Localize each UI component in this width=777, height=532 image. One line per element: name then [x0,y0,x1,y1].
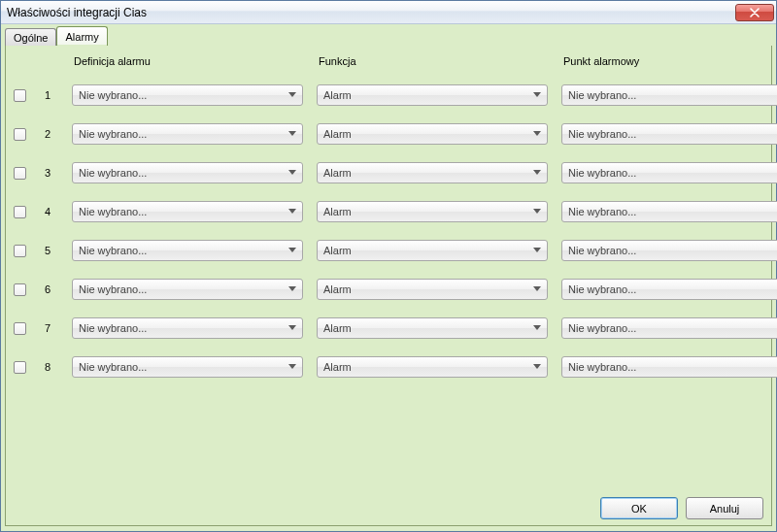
combo-text: Alarm [323,283,531,295]
definition-combo[interactable]: Nie wybrano... [72,356,303,378]
chevron-down-icon [287,357,298,377]
combo-text: Nie wybrano... [79,245,287,256]
chevron-down-icon [287,163,298,183]
combo-text: Alarm [323,128,531,140]
function-combo[interactable]: Alarm [317,123,548,145]
combo-text: Alarm [323,89,531,101]
row-number: 4 [45,206,58,217]
tab-general[interactable]: Ogólne [5,28,56,46]
header-definition: Definicja alarmu [72,55,303,67]
combo-text: Alarm [323,206,531,217]
chevron-down-icon [287,241,298,260]
titlebar: Właściwości integracji Cias [1,1,776,24]
chevron-down-icon [531,318,543,338]
ok-button[interactable]: OK [600,497,678,519]
combo-text: Nie wybrano... [568,322,776,334]
tab-alarms[interactable]: Alarmy [56,26,107,46]
chevron-down-icon [531,357,543,377]
dialog-footer: OK Anuluj [14,489,763,519]
window-title: Właściwości integracji Cias [7,6,735,19]
function-combo[interactable]: Alarm [317,201,548,222]
function-combo[interactable]: Alarm [317,240,548,261]
combo-text: Nie wybrano... [79,322,287,334]
combo-text: Nie wybrano... [568,167,776,179]
row-checkbox[interactable] [14,167,26,180]
cancel-button[interactable]: Anuluj [686,497,763,519]
combo-text: Nie wybrano... [568,89,776,101]
point-combo[interactable]: Nie wybrano... [561,279,777,300]
combo-text: Nie wybrano... [568,128,776,140]
definition-combo[interactable]: Nie wybrano... [72,201,303,222]
combo-text: Nie wybrano... [79,89,287,101]
combo-text: Nie wybrano... [568,283,776,295]
function-combo[interactable]: Alarm [317,317,548,339]
definition-combo[interactable]: Nie wybrano... [72,162,303,183]
definition-combo[interactable]: Nie wybrano... [72,84,303,106]
dialog-window: Właściwości integracji Cias Ogólne Alarm… [0,0,777,532]
row-checkbox[interactable] [14,245,26,257]
cancel-button-label: Anuluj [710,503,740,515]
chevron-down-icon [287,124,298,144]
close-button[interactable] [735,4,774,21]
function-combo[interactable]: Alarm [317,84,548,106]
function-combo[interactable]: Alarm [317,279,548,300]
row-number: 2 [45,128,58,140]
alarm-grid: Definicja alarmu Funkcja Punkt alarmowy … [14,55,763,378]
chevron-down-icon [287,280,298,299]
row-checkbox[interactable] [14,283,26,296]
combo-text: Nie wybrano... [79,361,287,373]
tab-content: Definicja alarmu Funkcja Punkt alarmowy … [5,45,772,526]
chevron-down-icon [531,163,543,183]
combo-text: Nie wybrano... [568,245,776,256]
function-combo[interactable]: Alarm [317,356,548,378]
close-icon [750,8,760,17]
header-function: Funkcja [317,55,548,67]
function-combo[interactable]: Alarm [317,162,548,183]
combo-text: Alarm [323,167,531,179]
chevron-down-icon [531,280,543,299]
tab-general-label: Ogólne [14,32,48,44]
definition-combo[interactable]: Nie wybrano... [72,123,303,145]
combo-text: Nie wybrano... [79,283,287,295]
row-checkbox[interactable] [14,128,26,141]
tab-alarms-label: Alarmy [65,31,98,43]
row-checkbox[interactable] [14,361,26,374]
combo-text: Nie wybrano... [79,167,287,179]
combo-text: Nie wybrano... [568,206,776,217]
header-point: Punkt alarmowy [561,55,777,67]
point-combo[interactable]: Nie wybrano... [561,123,777,145]
row-checkbox[interactable] [14,206,26,218]
tabs-strip: Ogólne Alarmy [1,24,776,46]
chevron-down-icon [287,202,298,221]
chevron-down-icon [287,85,298,105]
chevron-down-icon [531,124,543,144]
point-combo[interactable]: Nie wybrano... [561,201,777,222]
combo-text: Alarm [323,361,531,373]
definition-combo[interactable]: Nie wybrano... [72,317,303,339]
combo-text: Nie wybrano... [79,128,287,140]
row-number: 8 [45,361,58,373]
ok-button-label: OK [631,503,647,515]
row-number: 3 [45,167,58,179]
point-combo[interactable]: Nie wybrano... [561,84,777,106]
point-combo[interactable]: Nie wybrano... [561,240,777,261]
definition-combo[interactable]: Nie wybrano... [72,279,303,300]
row-number: 6 [45,283,58,295]
point-combo[interactable]: Nie wybrano... [561,317,777,339]
chevron-down-icon [531,85,543,105]
row-number: 5 [45,245,58,256]
row-number: 7 [45,322,58,334]
chevron-down-icon [531,202,543,221]
row-checkbox[interactable] [14,322,26,335]
row-number: 1 [45,89,58,101]
chevron-down-icon [287,318,298,338]
definition-combo[interactable]: Nie wybrano... [72,240,303,261]
row-checkbox[interactable] [14,89,26,102]
combo-text: Nie wybrano... [568,361,776,373]
chevron-down-icon [531,241,543,260]
combo-text: Alarm [323,322,531,334]
combo-text: Nie wybrano... [79,206,287,217]
point-combo[interactable]: Nie wybrano... [561,356,777,378]
point-combo[interactable]: Nie wybrano... [561,162,777,183]
combo-text: Alarm [323,245,531,256]
